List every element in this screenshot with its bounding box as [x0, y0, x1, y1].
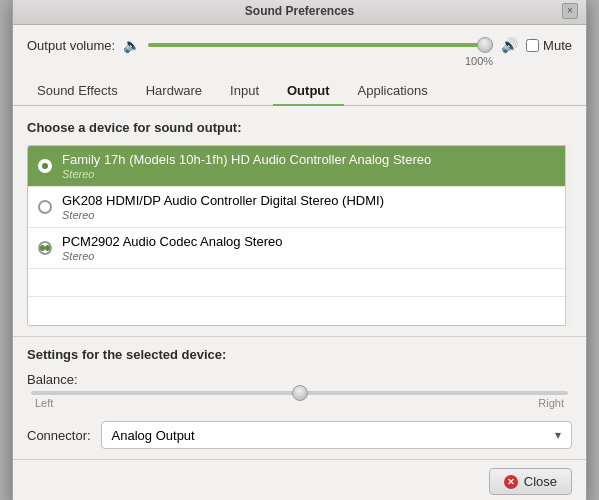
- device-name: PCM2902 Audio Codec Analog Stereo: [62, 234, 561, 249]
- device-item[interactable]: PCM2902 Audio Codec Analog Stereo Stereo: [28, 228, 571, 269]
- footer: ✕ Close: [13, 459, 586, 500]
- device-sub: Stereo: [62, 209, 561, 221]
- close-button[interactable]: ✕ Close: [489, 468, 572, 495]
- main-window: Sound Preferences × Output volume: 🔈 100…: [12, 0, 587, 500]
- tabs-row: Sound Effects Hardware Input Output Appl…: [13, 77, 586, 106]
- settings-title: Settings for the selected device:: [27, 347, 572, 362]
- connector-dropdown[interactable]: Analog Output ▾: [101, 421, 572, 449]
- tab-input[interactable]: Input: [216, 77, 273, 106]
- balance-right-label: Right: [538, 397, 564, 409]
- device-sub: Stereo: [62, 168, 561, 180]
- volume-row: Output volume: 🔈 100% 🔊 Mute: [13, 25, 586, 59]
- device-text: PCM2902 Audio Codec Analog Stereo Stereo: [62, 234, 561, 262]
- device-text: GK208 HDMI/DP Audio Controller Digital S…: [62, 193, 561, 221]
- mute-label: Mute: [543, 38, 572, 53]
- tab-applications[interactable]: Applications: [344, 77, 442, 106]
- radio-button: [38, 200, 52, 214]
- chevron-down-icon: ▾: [555, 428, 561, 442]
- radio-button: [38, 159, 52, 173]
- device-item[interactable]: GK208 HDMI/DP Audio Controller Digital S…: [28, 187, 571, 228]
- titlebar: Sound Preferences ×: [13, 0, 586, 25]
- close-icon: ✕: [504, 475, 518, 489]
- device-item-empty: [28, 297, 571, 325]
- device-item[interactable]: Family 17h (Models 10h-1fh) HD Audio Con…: [28, 146, 571, 187]
- volume-percent: 100%: [465, 55, 493, 67]
- output-content: Choose a device for sound output: Family…: [13, 106, 586, 336]
- device-text: Family 17h (Models 10h-1fh) HD Audio Con…: [62, 152, 561, 180]
- volume-low-icon: 🔈: [123, 37, 140, 53]
- volume-slider[interactable]: 100%: [148, 35, 493, 55]
- balance-row: Balance: Left Right: [27, 372, 572, 409]
- balance-slider[interactable]: Left Right: [27, 391, 572, 409]
- device-name: GK208 HDMI/DP Audio Controller Digital S…: [62, 193, 561, 208]
- balance-thumb[interactable]: [292, 385, 308, 401]
- settings-section: Settings for the selected device: Balanc…: [13, 336, 586, 459]
- device-list: Family 17h (Models 10h-1fh) HD Audio Con…: [27, 145, 572, 326]
- volume-label: Output volume:: [27, 38, 115, 53]
- volume-high-icon: 🔊: [501, 37, 518, 53]
- device-list-area: Family 17h (Models 10h-1fh) HD Audio Con…: [27, 145, 572, 326]
- device-sub: Stereo: [62, 250, 561, 262]
- volume-fill: [148, 43, 493, 47]
- scrollbar[interactable]: [565, 145, 573, 326]
- output-section-title: Choose a device for sound output:: [27, 120, 572, 135]
- device-item-empty: [28, 269, 571, 297]
- balance-track: [31, 391, 568, 395]
- volume-track: [148, 43, 493, 47]
- tab-hardware[interactable]: Hardware: [132, 77, 216, 106]
- window-title: Sound Preferences: [245, 4, 354, 18]
- tab-sound-effects[interactable]: Sound Effects: [23, 77, 132, 106]
- mute-checkbox[interactable]: [526, 39, 539, 52]
- balance-left-label: Left: [35, 397, 53, 409]
- radio-button: [38, 241, 52, 255]
- close-button-label: Close: [524, 474, 557, 489]
- titlebar-close-button[interactable]: ×: [562, 3, 578, 19]
- device-name: Family 17h (Models 10h-1fh) HD Audio Con…: [62, 152, 561, 167]
- tab-output[interactable]: Output: [273, 77, 344, 106]
- connector-label: Connector:: [27, 428, 91, 443]
- volume-thumb[interactable]: [477, 37, 493, 53]
- mute-area: Mute: [526, 38, 572, 53]
- connector-value: Analog Output: [112, 428, 195, 443]
- connector-row: Connector: Analog Output ▾: [27, 421, 572, 449]
